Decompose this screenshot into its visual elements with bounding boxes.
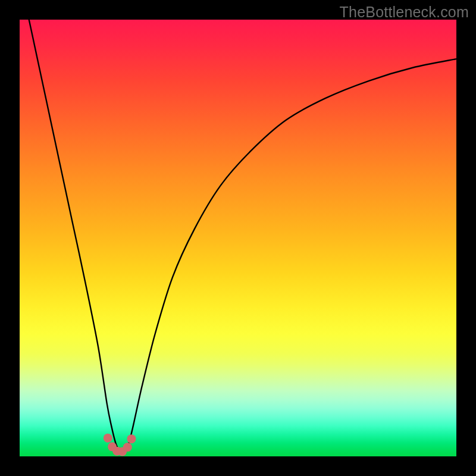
marker-dot [123, 443, 132, 452]
marker-dot [104, 434, 112, 443]
watermark-text: TheBottleneck.com [340, 4, 469, 21]
chart-frame: TheBottleneck.com [0, 0, 476, 476]
plot-area [20, 20, 456, 456]
bottleneck-curve [20, 20, 456, 456]
marker-group [104, 434, 136, 456]
marker-dot [127, 434, 136, 443]
curve-path [20, 20, 456, 453]
